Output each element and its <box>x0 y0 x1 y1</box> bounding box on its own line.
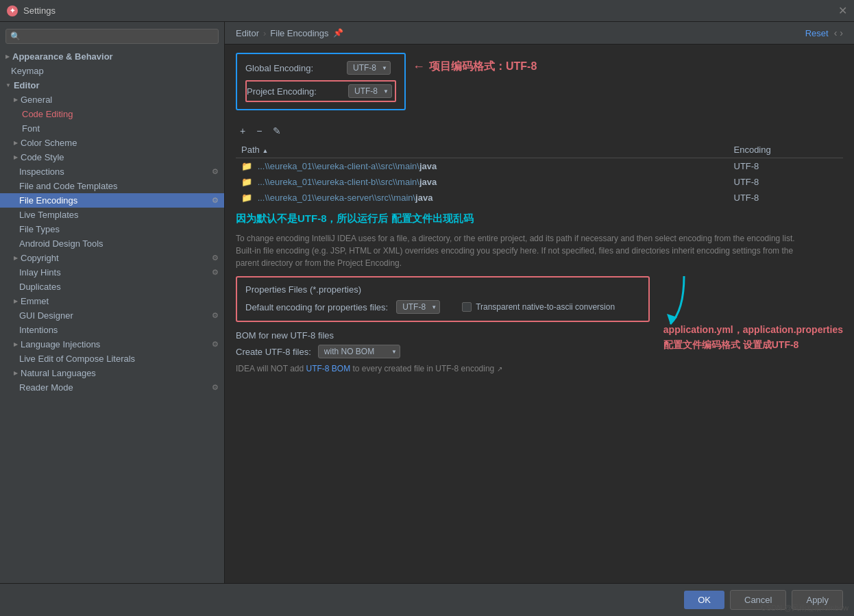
add-button[interactable]: + <box>236 124 249 138</box>
table-cell-path: 📁 ...\\eureka_01\\eureka-client-b\\src\\… <box>236 174 729 190</box>
bom-section: BOM for new UTF-8 files Create UTF-8 fil… <box>236 330 650 373</box>
idea-note-prefix: IDEA will NOT add <box>236 364 306 373</box>
props-encoding-select[interactable]: UTF-8 <box>396 300 440 314</box>
table-row[interactable]: 📁 ...\\eureka_01\\eureka-server\\src\\ma… <box>236 190 843 206</box>
sidebar-item-label: Duplicates <box>19 282 61 292</box>
path-bold: java <box>419 177 437 187</box>
sidebar-item-color-scheme[interactable]: ▶ Color Scheme <box>0 136 224 150</box>
sidebar-item-inlay-hints[interactable]: Inlay Hints ⚙ <box>0 265 224 280</box>
window-title: Settings <box>23 5 56 16</box>
remove-button[interactable]: − <box>252 124 266 138</box>
search-input[interactable] <box>23 32 214 41</box>
edit-button[interactable]: ✎ <box>269 124 285 138</box>
table-cell-path: 📁 ...\\eureka_01\\eureka-client-a\\src\\… <box>236 158 729 175</box>
cyan-annotation: 因为默认不是UTF-8，所以运行后 配置文件出现乱码 <box>236 212 843 225</box>
project-encoding-select-wrapper[interactable]: UTF-8 <box>348 84 392 98</box>
sidebar-item-keymap[interactable]: Keymap <box>0 64 224 78</box>
sidebar-item-code-editing[interactable]: Code Editing <box>0 107 224 121</box>
global-encoding-select[interactable]: UTF-8 <box>347 61 391 75</box>
sidebar-item-label: File Types <box>19 224 60 234</box>
global-encoding-label: Global Encoding: <box>245 63 341 73</box>
sidebar-item-code-style[interactable]: ▶ Code Style <box>0 150 224 164</box>
sidebar: 🔍 ▶ Appearance & Behavior Keymap ▼ Edito… <box>0 22 225 583</box>
sidebar-item-emmet[interactable]: ▶ Emmet <box>0 294 224 308</box>
transparent-checkbox[interactable] <box>462 302 472 312</box>
close-button[interactable]: ✕ <box>838 4 847 17</box>
sidebar-item-reader-mode[interactable]: Reader Mode ⚙ <box>0 380 224 395</box>
red-annotation-2: 配置文件编码格式 设置成UTF-8 <box>663 339 843 352</box>
sidebar-item-duplicates[interactable]: Duplicates <box>0 280 224 294</box>
sidebar-item-label: Editor <box>14 80 40 90</box>
table-cell-encoding: UTF-8 <box>729 174 844 190</box>
sidebar-item-font[interactable]: Font <box>0 121 224 136</box>
sidebar-item-appearance-behavior[interactable]: ▶ Appearance & Behavior <box>0 49 224 64</box>
table-cell-path: 📁 ...\\eureka_01\\eureka-server\\src\\ma… <box>236 190 729 206</box>
sidebar-item-label: GUI Designer <box>19 310 73 321</box>
bom-select[interactable]: with NO BOM <box>318 345 400 358</box>
search-box[interactable]: 🔍 <box>5 29 219 44</box>
info-text: To change encoding IntelliJ IDEA uses fo… <box>236 232 798 269</box>
path-text: ...\\eureka_01\\eureka-server\\src\\main… <box>258 193 415 203</box>
sidebar-item-label: Natural Languages <box>21 368 96 378</box>
red-annotations-right: application.yml，application.properties 配… <box>663 324 843 352</box>
sidebar-item-inspections[interactable]: Inspections ⚙ <box>0 164 224 179</box>
sidebar-item-label: Live Templates <box>19 210 78 220</box>
sidebar-item-natural-languages[interactable]: ▶ Natural Languages <box>0 366 224 380</box>
breadcrumb: Editor › File Encodings 📌 <box>236 28 343 38</box>
folder-icon: 📁 <box>241 177 252 187</box>
footer: OK Cancel Apply <box>0 583 854 616</box>
sidebar-item-label: Intentions <box>19 325 58 335</box>
breadcrumb-editor: Editor <box>236 28 259 38</box>
ext-link-icon[interactable]: ↗ <box>497 365 502 373</box>
sidebar-item-editor[interactable]: ▼ Editor <box>0 78 224 93</box>
app-icon: ✦ <box>7 5 18 16</box>
path-bold: java <box>419 161 437 171</box>
sidebar-item-general[interactable]: ▶ General <box>0 93 224 107</box>
bom-label: Create UTF-8 files: <box>236 347 311 357</box>
idea-note: IDEA will NOT add UTF-8 BOM to every cre… <box>236 364 650 373</box>
reset-button[interactable]: Reset <box>805 28 829 38</box>
back-button[interactable]: ‹ <box>834 27 838 38</box>
sidebar-item-label: Code Style <box>21 152 64 162</box>
table-row[interactable]: 📁 ...\\eureka_01\\eureka-client-a\\src\\… <box>236 158 843 175</box>
props-title: Properties Files (*.properties) <box>245 284 640 295</box>
toolbar-row: + − ✎ <box>236 124 843 138</box>
sidebar-item-live-templates[interactable]: Live Templates <box>0 208 224 222</box>
sidebar-item-label: Inspections <box>19 167 64 177</box>
sidebar-item-label: Live Edit of Compose Literals <box>19 354 135 364</box>
sidebar-item-label: Emmet <box>21 296 49 306</box>
sidebar-item-language-injections[interactable]: ▶ Language Injections ⚙ <box>0 337 224 352</box>
sidebar-item-file-code-templates[interactable]: File and Code Templates <box>0 179 224 193</box>
ok-button[interactable]: OK <box>684 591 724 609</box>
sidebar-item-label: Keymap <box>11 66 44 76</box>
settings-icon: ⚙ <box>212 167 219 176</box>
forward-button[interactable]: › <box>840 27 843 38</box>
sidebar-item-file-encodings[interactable]: File Encodings ⚙ <box>0 193 224 208</box>
sidebar-item-intentions[interactable]: Intentions <box>0 323 224 337</box>
table-cell-encoding: UTF-8 <box>729 158 844 175</box>
sidebar-item-live-edit-compose[interactable]: Live Edit of Compose Literals <box>0 352 224 366</box>
settings-icon: ⚙ <box>212 383 219 392</box>
global-encoding-select-wrapper[interactable]: UTF-8 <box>347 61 391 75</box>
column-path[interactable]: Path ▲ <box>236 142 729 158</box>
table-row[interactable]: 📁 ...\\eureka_01\\eureka-client-b\\src\\… <box>236 174 843 190</box>
sidebar-item-gui-designer[interactable]: GUI Designer ⚙ <box>0 308 224 323</box>
project-encoding-row: Project Encoding: UTF-8 <box>245 80 396 102</box>
project-encoding-select[interactable]: UTF-8 <box>348 84 392 98</box>
sidebar-item-copyright[interactable]: ▶ Copyright ⚙ <box>0 251 224 265</box>
sidebar-item-label: Android Design Tools <box>19 238 103 249</box>
props-encoding-select-wrapper[interactable]: UTF-8 <box>396 300 440 314</box>
column-encoding[interactable]: Encoding <box>729 142 844 158</box>
settings-icon: ⚙ <box>212 340 219 349</box>
sidebar-item-android-design-tools[interactable]: Android Design Tools <box>0 236 224 251</box>
global-encoding-row: Global Encoding: UTF-8 <box>245 61 396 75</box>
breadcrumb-file-encodings: File Encodings <box>270 28 328 38</box>
sidebar-item-file-types[interactable]: File Types <box>0 222 224 236</box>
bom-select-wrapper[interactable]: with NO BOM <box>318 345 400 358</box>
sidebar-item-label: Code Editing <box>22 109 73 119</box>
nav-arrows: ‹ › <box>834 27 843 38</box>
cyan-annotation-text: 因为默认不是UTF-8，所以运行后 配置文件出现乱码 <box>236 212 474 225</box>
collapse-icon: ▶ <box>5 53 10 60</box>
sidebar-item-label: Inlay Hints <box>19 267 61 278</box>
search-icon: 🔍 <box>10 32 21 41</box>
